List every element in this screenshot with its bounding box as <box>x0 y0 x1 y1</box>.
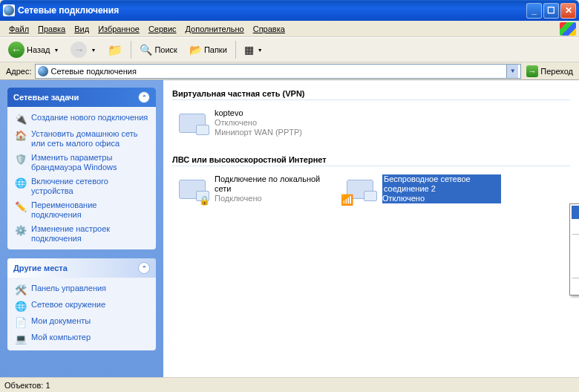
connection-device: Минипорт WAN (PPTP) <box>215 128 302 137</box>
lan-connection-icon: 🔒 <box>174 174 210 204</box>
connection-state: Подключено <box>215 194 326 203</box>
views-icon: ▦ <box>244 44 254 56</box>
network-tasks-panel: Сетевые задачи ⌃ 🔌 Создание нового подкл… <box>7 88 156 249</box>
menu-edit[interactable]: Правка <box>33 23 70 35</box>
task-enable-device[interactable]: 🌐 Включение сетевого устройства <box>15 177 148 196</box>
lan-group-header: ЛВС или высокоскоростной Интернет <box>172 151 570 166</box>
connection-name: Беспроводное сетевое соединение 2 <box>382 174 501 194</box>
firewall-lock-icon: 🔒 <box>199 195 210 206</box>
close-button[interactable]: ✕ <box>560 3 576 19</box>
menu-help[interactable]: Справка <box>249 23 290 35</box>
ctx-properties[interactable]: Свойства <box>572 280 579 293</box>
menu-favorites[interactable]: Избранное <box>94 23 144 35</box>
ctx-status: Состояние <box>572 219 579 232</box>
folders-label: Папки <box>204 45 227 54</box>
other-places-header[interactable]: Другие места ⌃ <box>7 258 156 278</box>
back-dropdown-icon: ▼ <box>54 48 59 53</box>
connection-vpn-koptevo[interactable]: koptevo Отключено Минипорт WAN (PPTP) <box>172 106 570 140</box>
address-icon <box>38 66 48 76</box>
wireless-connection-icon: 📶 <box>342 174 378 204</box>
address-input[interactable]: Сетевые подключения ▼ <box>35 64 522 79</box>
ctx-shortcut[interactable]: Создать ярлык <box>572 236 579 249</box>
network-places-icon: 🌐 <box>15 300 27 312</box>
search-icon: 🔍 <box>140 44 152 56</box>
task-firewall[interactable]: 🛡️ Изменить параметры брандмауэра Window… <box>15 153 148 172</box>
group-separator <box>172 166 570 166</box>
place-network-places[interactable]: 🌐 Сетевое окружение <box>15 300 148 312</box>
up-folder-icon: 📁 <box>108 43 122 57</box>
up-button[interactable]: 📁 <box>102 41 128 59</box>
go-button[interactable]: → Переход <box>523 65 576 78</box>
network-tasks-body: 🔌 Создание нового подключения 🏠 Установи… <box>7 107 156 249</box>
task-settings[interactable]: ⚙️ Изменение настроек подключения <box>15 224 148 244</box>
ctx-delete: Удалить <box>572 249 579 263</box>
app-icon <box>3 4 15 16</box>
ctx-enable[interactable]: Включить <box>572 206 579 219</box>
search-label: Поиск <box>154 45 177 54</box>
connection-name: koptevo <box>215 108 302 118</box>
enable-device-icon: 🌐 <box>15 177 27 189</box>
back-button[interactable]: ← Назад ▼ <box>3 39 64 60</box>
title-bar: Сетевые подключения _ ☐ ✕ <box>0 0 579 21</box>
other-places-body: 🛠️ Панель управления 🌐 Сетевое окружение… <box>7 278 156 350</box>
forward-arrow-icon: → <box>71 42 87 58</box>
folders-button[interactable]: 📂 Папки <box>184 42 232 58</box>
window-title: Сетевые подключения <box>18 5 525 16</box>
settings-icon: ⚙️ <box>15 224 27 236</box>
place-my-documents[interactable]: 📄 Мои документы <box>15 316 148 328</box>
address-dropdown-icon[interactable]: ▼ <box>506 65 518 78</box>
network-tasks-header[interactable]: Сетевые задачи ⌃ <box>7 88 156 107</box>
search-button[interactable]: 🔍 Поиск <box>134 42 182 58</box>
task-new-connection[interactable]: 🔌 Создание нового подключения <box>15 113 148 125</box>
group-separator <box>172 99 570 100</box>
back-arrow-icon: ← <box>8 42 24 58</box>
menu-bar: Файл Правка Вид Избранное Сервис Дополни… <box>0 21 579 37</box>
chevron-up-icon: ⌃ <box>138 91 150 103</box>
status-text: Объектов: 1 <box>4 381 50 390</box>
forward-dropdown-icon: ▼ <box>91 48 96 53</box>
go-label: Переход <box>540 67 573 76</box>
toolbar: ← Назад ▼ → ▼ 📁 🔍 Поиск 📂 Папки ▦ ▼ <box>0 37 579 62</box>
firewall-icon: 🛡️ <box>15 153 27 165</box>
menu-view[interactable]: Вид <box>70 23 94 35</box>
documents-icon: 📄 <box>15 316 27 328</box>
task-rename[interactable]: ✏️ Переименование подключения <box>15 200 148 220</box>
vpn-connection-icon <box>174 108 210 138</box>
connection-name: Подключение по локальной сети <box>215 174 326 194</box>
maximize-button[interactable]: ☐ <box>543 3 559 19</box>
computer-icon: 💻 <box>15 333 27 344</box>
back-label: Назад <box>27 45 50 54</box>
forward-button[interactable]: → ▼ <box>65 39 101 60</box>
connection-state: Отключено <box>215 118 302 128</box>
task-pane: Сетевые задачи ⌃ 🔌 Создание нового подкл… <box>0 80 163 377</box>
go-arrow-icon: → <box>526 65 538 77</box>
status-bar: Объектов: 1 <box>0 377 579 392</box>
context-menu: Включить Состояние Создать ярлык Удалить… <box>569 203 579 295</box>
place-my-computer[interactable]: 💻 Мой компьютер <box>15 333 148 344</box>
menu-file[interactable]: Файл <box>4 23 33 35</box>
chevron-up-icon: ⌃ <box>138 262 150 274</box>
views-button[interactable]: ▦ ▼ <box>239 42 268 58</box>
home-network-icon: 🏠 <box>15 129 27 141</box>
connection-lan[interactable]: 🔒 Подключение по локальной сети Подключе… <box>172 172 328 206</box>
menu-advanced[interactable]: Дополнительно <box>181 23 249 35</box>
place-control-panel[interactable]: 🛠️ Панель управления <box>15 284 148 295</box>
connection-wireless[interactable]: 📶 Беспроводное сетевое соединение 2 Откл… <box>340 172 503 206</box>
minimize-button[interactable]: _ <box>526 3 542 19</box>
address-value: Сетевые подключения <box>51 67 504 76</box>
control-panel-icon: 🛠️ <box>15 284 27 295</box>
toolbar-separator <box>235 41 236 59</box>
menu-tools[interactable]: Сервис <box>144 23 181 35</box>
ctx-rename[interactable]: Переименовать <box>572 263 579 276</box>
rename-icon: ✏️ <box>15 200 27 212</box>
other-places-title: Другие места <box>13 264 68 272</box>
content-area: Виртуальная частная сеть (VPN) koptevo О… <box>163 80 579 377</box>
wireless-signal-icon: 📶 <box>341 194 353 206</box>
explorer-body: Сетевые задачи ⌃ 🔌 Создание нового подкл… <box>0 80 579 377</box>
folders-icon: 📂 <box>189 44 202 56</box>
task-home-network[interactable]: 🏠 Установить домашнюю сеть или сеть мало… <box>15 129 148 148</box>
connection-state: Отключено <box>382 194 501 203</box>
other-places-panel: Другие места ⌃ 🛠️ Панель управления 🌐 Се… <box>7 258 156 350</box>
address-label: Адрес: <box>3 67 35 76</box>
new-connection-icon: 🔌 <box>15 113 27 125</box>
